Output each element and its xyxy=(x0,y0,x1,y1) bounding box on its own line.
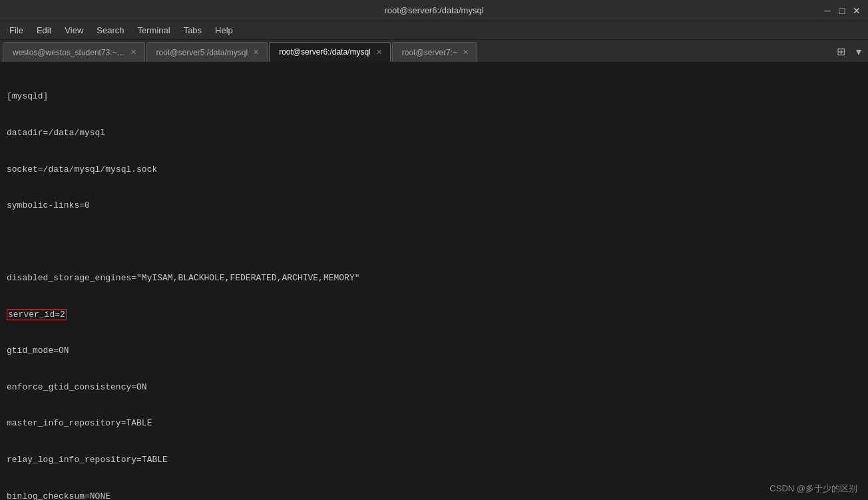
terminal-line-server-id: server_id=2 xyxy=(7,309,861,321)
menu-edit[interactable]: Edit xyxy=(30,24,58,37)
tab-bar: westos@westos_student73:~… ✕ root@server… xyxy=(0,40,868,63)
tab-label: westos@westos_student73:~… xyxy=(13,48,125,57)
menu-bar: File Edit View Search Terminal Tabs Help xyxy=(0,21,868,40)
close-button[interactable]: ✕ xyxy=(851,5,863,17)
minimize-button[interactable]: ─ xyxy=(821,5,833,17)
tab-server6[interactable]: root@server6:/data/mysql ✕ xyxy=(269,42,391,62)
menu-search[interactable]: Search xyxy=(90,24,130,37)
menu-view[interactable]: View xyxy=(58,24,90,37)
tab-label: root@server6:/data/mysql xyxy=(279,47,371,57)
maximize-button[interactable]: □ xyxy=(836,5,848,17)
terminal-line: datadir=/data/mysql xyxy=(7,127,861,139)
menu-tabs[interactable]: Tabs xyxy=(177,24,208,37)
terminal-line: binlog_checksum=NONE xyxy=(7,491,861,500)
title-bar: root@server6:/data/mysql ─ □ ✕ xyxy=(0,0,868,21)
menu-terminal[interactable]: Terminal xyxy=(131,24,177,37)
tab-label: root@server7:~ xyxy=(402,48,457,57)
terminal-line: relay_log_info_repository=TABLE xyxy=(7,454,861,466)
watermark: CSDN @多于少的区别 xyxy=(769,483,857,495)
menu-help[interactable]: Help xyxy=(208,24,240,37)
tab-close-server7[interactable]: ✕ xyxy=(463,49,469,56)
tab-westos[interactable]: westos@westos_student73:~… ✕ xyxy=(3,42,145,62)
tab-server7[interactable]: root@server7:~ ✕ xyxy=(392,42,477,62)
terminal-line: socket=/data/mysql/mysql.sock xyxy=(7,164,861,176)
terminal-line: symbolic-links=0 xyxy=(7,200,861,212)
tab-server5[interactable]: root@server5:/data/mysql ✕ xyxy=(146,42,268,62)
tab-menu-button[interactable]: ▾ xyxy=(852,44,865,59)
tab-close-server6[interactable]: ✕ xyxy=(376,49,382,56)
menu-file[interactable]: File xyxy=(3,24,30,37)
new-tab-button[interactable]: ⊞ xyxy=(833,44,849,59)
tab-label: root@server5:/data/mysql xyxy=(156,48,248,57)
terminal-line xyxy=(7,236,861,248)
terminal-line: master_info_repository=TABLE xyxy=(7,417,861,429)
tab-actions: ⊞ ▾ xyxy=(833,44,865,62)
terminal-line: disabled_storage_engines="MyISAM,BLACKHO… xyxy=(7,272,861,284)
server-id-highlight: server_id=2 xyxy=(7,309,67,320)
tab-close-server5[interactable]: ✕ xyxy=(253,49,259,56)
terminal-line: enforce_gtid_consistency=ON xyxy=(7,381,861,393)
window-title: root@server6:/data/mysql xyxy=(384,5,483,15)
window-controls: ─ □ ✕ xyxy=(821,5,863,17)
terminal-line: [mysqld] xyxy=(7,91,861,103)
tab-close-westos[interactable]: ✕ xyxy=(130,49,136,56)
terminal-line: gtid_mode=ON xyxy=(7,345,861,357)
terminal-content[interactable]: [mysqld] datadir=/data/mysql socket=/dat… xyxy=(0,63,868,500)
